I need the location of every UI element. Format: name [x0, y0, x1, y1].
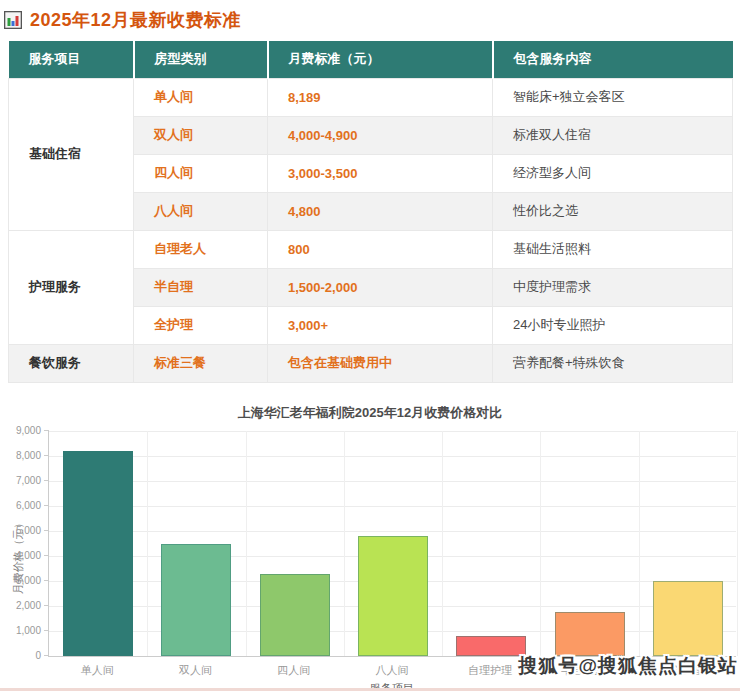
- y-tick-mark: [44, 505, 49, 506]
- watermark: 搜狐号@搜狐焦点白银站: [518, 653, 738, 679]
- chart-title: 上海华汇老年福利院2025年12月收费价格对比: [0, 404, 740, 420]
- y-tick-label: 7,000: [16, 475, 41, 486]
- y-tick-mark: [44, 580, 49, 581]
- price-cell: 800: [268, 230, 493, 268]
- col-header-included: 包含服务内容: [493, 41, 733, 78]
- price-cell: 4,800: [268, 192, 493, 230]
- room-type-cell: 双人间: [134, 116, 268, 154]
- x-category-label: 四人间: [245, 663, 343, 678]
- room-type-cell: 半自理: [134, 268, 268, 306]
- table-row: 护理服务自理老人800基础生活照料: [9, 230, 733, 268]
- table-header-row: 服务项目 房型类别 月费标准（元） 包含服务内容: [9, 41, 733, 78]
- y-tick-label: 5,000: [16, 525, 41, 536]
- gridline: [246, 431, 247, 656]
- y-tick-mark: [44, 455, 49, 456]
- gridline: [147, 431, 148, 656]
- room-type-cell: 八人间: [134, 192, 268, 230]
- chart-bar: [63, 451, 133, 656]
- gridline: [49, 431, 736, 432]
- room-type-cell: 单人间: [134, 78, 268, 116]
- service-content-cell: 营养配餐+特殊饮食: [493, 344, 733, 382]
- y-tick-label: 4,000: [16, 550, 41, 561]
- table-row: 餐饮服务标准三餐包含在基础费用中营养配餐+特殊饮食: [9, 344, 733, 382]
- y-tick-label: 8,000: [16, 450, 41, 461]
- gridline: [49, 506, 736, 507]
- y-tick-mark: [44, 555, 49, 556]
- price-chart: 上海华汇老年福利院2025年12月收费价格对比 月费价格（元） 01,0002,…: [0, 404, 740, 691]
- service-content-cell: 24小时专业照护: [493, 306, 733, 344]
- y-tick-mark: [44, 480, 49, 481]
- x-category-label: 单人间: [48, 663, 146, 678]
- gridline: [639, 431, 640, 656]
- chart-bar: [161, 544, 231, 655]
- room-type-cell: 标准三餐: [134, 344, 268, 382]
- service-category-cell: 餐饮服务: [9, 344, 134, 382]
- y-tick-label: 1,000: [16, 625, 41, 636]
- service-content-cell: 中度护理需求: [493, 268, 733, 306]
- page-header: 2025年12月最新收费标准: [0, 0, 740, 35]
- service-content-cell: 基础生活照料: [493, 230, 733, 268]
- y-tick-mark: [44, 530, 49, 531]
- gridline: [49, 481, 736, 482]
- y-tick-label: 3,000: [16, 575, 41, 586]
- gridline: [442, 431, 443, 656]
- y-tick-mark: [44, 655, 49, 656]
- price-cell: 包含在基础费用中: [268, 344, 493, 382]
- gridline: [540, 431, 541, 656]
- service-category-cell: 基础住宿: [9, 78, 134, 230]
- chart-bar: [358, 536, 428, 656]
- gridline: [344, 431, 345, 656]
- bar-chart-icon: [4, 11, 22, 29]
- service-content-cell: 经济型多人间: [493, 154, 733, 192]
- col-header-service: 服务项目: [9, 41, 134, 78]
- room-type-cell: 全护理: [134, 306, 268, 344]
- col-header-monthly-fee: 月费标准（元）: [268, 41, 493, 78]
- chart-bar: [653, 581, 723, 656]
- price-cell: 3,000+: [268, 306, 493, 344]
- service-content-cell: 智能床+独立会客区: [493, 78, 733, 116]
- plot-area: 01,0002,0003,0004,0005,0006,0007,0008,00…: [48, 431, 736, 657]
- service-content-cell: 性价比之选: [493, 192, 733, 230]
- x-category-label: 双人间: [146, 663, 244, 678]
- table-row: 基础住宿单人间8,189智能床+独立会客区: [9, 78, 733, 116]
- col-header-room-type: 房型类别: [134, 41, 268, 78]
- service-category-cell: 护理服务: [9, 230, 134, 344]
- price-cell: 4,000-4,900: [268, 116, 493, 154]
- gridline: [49, 456, 736, 457]
- chart-bar: [456, 636, 526, 656]
- y-tick-label: 9,000: [16, 425, 41, 436]
- service-content-cell: 标准双人住宿: [493, 116, 733, 154]
- price-cell: 1,500-2,000: [268, 268, 493, 306]
- y-tick-label: 2,000: [16, 600, 41, 611]
- y-tick-label: 6,000: [16, 500, 41, 511]
- page-title: 2025年12月最新收费标准: [30, 8, 241, 32]
- y-tick-mark: [44, 630, 49, 631]
- chart-bar: [555, 612, 625, 656]
- x-category-label: 八人间: [343, 663, 441, 678]
- y-tick-mark: [44, 605, 49, 606]
- room-type-cell: 自理老人: [134, 230, 268, 268]
- gridline: [737, 431, 738, 656]
- price-cell: 8,189: [268, 78, 493, 116]
- y-tick-label: 0: [35, 650, 41, 661]
- price-cell: 3,000-3,500: [268, 154, 493, 192]
- y-tick-mark: [44, 430, 49, 431]
- room-type-cell: 四人间: [134, 154, 268, 192]
- chart-bar: [260, 574, 330, 655]
- pricing-table: 服务项目 房型类别 月费标准（元） 包含服务内容 基础住宿单人间8,189智能床…: [8, 41, 733, 383]
- gridline: [49, 531, 736, 532]
